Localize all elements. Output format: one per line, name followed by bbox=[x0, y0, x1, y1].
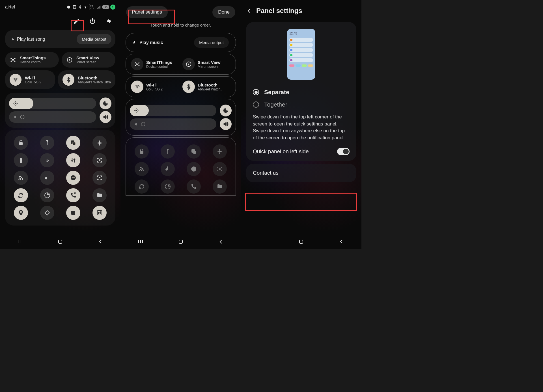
qs-sync[interactable] bbox=[14, 188, 28, 202]
radio-together[interactable]: Together bbox=[252, 98, 351, 111]
edit-smart-card[interactable]: SmartThingsDevice control Smart ViewMirr… bbox=[126, 54, 236, 75]
edit-connectivity-card[interactable]: Wi-FiGolu_5G 2 BluetoothAbhijeet Watch.. bbox=[126, 76, 236, 97]
mute-icon bbox=[13, 114, 18, 120]
minus-circle-icon bbox=[20, 114, 25, 120]
nav-back[interactable] bbox=[338, 238, 345, 246]
back-chevron-icon[interactable] bbox=[246, 8, 252, 14]
tile-bluetooth[interactable]: BluetoothAbhijeet's Watch Ultra bbox=[58, 70, 115, 89]
qs-qrscan[interactable] bbox=[92, 153, 107, 167]
panel-settings-page: Panel settings 12:45 Separate Together S… bbox=[241, 0, 361, 249]
dark-mode-button-2[interactable] bbox=[220, 105, 232, 116]
tile-smartthings[interactable]: SmartThingsDevice control bbox=[5, 52, 59, 68]
edit-button[interactable] bbox=[72, 17, 81, 25]
qs-nfc[interactable] bbox=[92, 206, 107, 220]
qs-eyecomfort[interactable] bbox=[40, 153, 54, 167]
datalimit-icon bbox=[44, 192, 51, 199]
bluetooth-icon bbox=[182, 81, 195, 93]
eqs-datalimit[interactable] bbox=[161, 179, 175, 194]
qs-hotspot-rss[interactable] bbox=[14, 171, 28, 185]
media-output-button[interactable]: Media output bbox=[77, 34, 111, 44]
eqs-dnd[interactable] bbox=[187, 162, 201, 176]
rss-icon bbox=[18, 174, 24, 181]
eqs-lock[interactable] bbox=[135, 144, 149, 159]
qs-flashlight[interactable] bbox=[40, 136, 54, 150]
radio-icon-unchecked bbox=[253, 101, 259, 108]
qs-folder[interactable] bbox=[92, 188, 107, 202]
eqs-music[interactable] bbox=[161, 162, 175, 176]
brightness-slider[interactable] bbox=[9, 98, 96, 109]
panel-settings-button[interactable]: Panel settings bbox=[126, 6, 168, 18]
qs-battery[interactable] bbox=[14, 153, 28, 167]
quick-panel-toggle[interactable] bbox=[337, 148, 350, 155]
eqs-airplane[interactable] bbox=[213, 144, 227, 159]
nav-home[interactable] bbox=[298, 238, 305, 246]
lock-icon bbox=[138, 148, 145, 155]
battery-icon bbox=[18, 157, 24, 164]
tile-wifi[interactable]: Wi-FiGolu_5G 2 bbox=[5, 70, 55, 89]
mute-icon bbox=[134, 122, 139, 127]
edit-media-card[interactable]: Play music Media output bbox=[126, 33, 236, 52]
nav-back[interactable] bbox=[217, 238, 224, 246]
svg-point-18 bbox=[47, 160, 48, 161]
carrier-label: airtel bbox=[5, 5, 15, 10]
nav-bar bbox=[0, 236, 120, 249]
media-output-button-2[interactable]: Media output bbox=[194, 37, 229, 48]
nav-home[interactable] bbox=[57, 238, 64, 246]
qr-icon bbox=[96, 157, 103, 164]
volume-slider-2[interactable] bbox=[130, 118, 216, 130]
qs-x4[interactable] bbox=[40, 206, 54, 220]
settings-button[interactable] bbox=[104, 17, 113, 25]
dark-mode-button[interactable] bbox=[100, 98, 111, 109]
done-button[interactable]: Done bbox=[212, 6, 235, 18]
radio-separate[interactable]: Separate bbox=[252, 86, 351, 98]
nav-recents[interactable] bbox=[137, 238, 144, 246]
wifi-status-icon bbox=[83, 5, 88, 9]
qs-datalimit[interactable] bbox=[40, 188, 54, 202]
qs-lock[interactable] bbox=[14, 136, 28, 150]
power-button[interactable] bbox=[88, 17, 97, 25]
qs-mobiledata[interactable] bbox=[66, 153, 80, 167]
qs-screenrecord[interactable] bbox=[92, 171, 107, 185]
eqs-screenrecord[interactable] bbox=[213, 162, 227, 176]
media-tile[interactable]: Play last song Media output bbox=[5, 30, 115, 48]
qs-wificalling[interactable] bbox=[66, 188, 80, 202]
contact-us-row[interactable]: Contact us bbox=[246, 164, 356, 182]
music-icon bbox=[44, 174, 51, 181]
nav-recents[interactable] bbox=[258, 238, 264, 246]
screenrecord-icon bbox=[96, 174, 103, 181]
eqs-flashlight[interactable] bbox=[161, 144, 175, 159]
qs-x5[interactable] bbox=[66, 206, 80, 220]
eqs-sync[interactable] bbox=[135, 179, 149, 194]
edit-grid[interactable] bbox=[126, 137, 236, 196]
panel-edit-mode: Panel settings Done Touch and hold to ch… bbox=[120, 0, 241, 249]
svg-rect-26 bbox=[59, 240, 62, 243]
svg-rect-11 bbox=[21, 117, 23, 117]
sound-button[interactable] bbox=[100, 111, 111, 123]
brightness-slider-2[interactable] bbox=[130, 105, 216, 116]
eqs-folder[interactable] bbox=[213, 179, 227, 194]
quick-panel-left-row[interactable]: Quick panel on left side bbox=[252, 147, 351, 156]
volume-slider[interactable] bbox=[9, 111, 96, 123]
svg-rect-12 bbox=[19, 142, 23, 145]
sound-button-2[interactable] bbox=[220, 118, 232, 130]
nav-bar-3 bbox=[241, 236, 361, 249]
nav-home[interactable] bbox=[177, 238, 184, 246]
eqs-rss[interactable] bbox=[135, 162, 149, 176]
svg-rect-44 bbox=[299, 240, 303, 243]
eqs-multiwindow[interactable] bbox=[187, 144, 201, 159]
qs-multiwindow[interactable] bbox=[66, 136, 80, 150]
eyecomfort-icon bbox=[44, 157, 51, 164]
qs-music[interactable] bbox=[40, 171, 54, 185]
eqs-wificall[interactable] bbox=[187, 179, 201, 194]
qs-location[interactable] bbox=[14, 206, 28, 220]
dnd-circle-icon bbox=[70, 174, 77, 181]
svg-rect-19 bbox=[99, 159, 100, 161]
qs-airplane[interactable] bbox=[92, 136, 107, 150]
edit-subtitle: Touch and hold to change order. bbox=[120, 21, 241, 31]
edit-sliders-card[interactable] bbox=[126, 99, 236, 136]
tile-smartview[interactable]: Smart ViewMirror screen bbox=[62, 52, 115, 68]
qs-dnd[interactable] bbox=[66, 171, 80, 185]
svg-rect-43 bbox=[179, 240, 182, 243]
nav-recents[interactable] bbox=[17, 238, 23, 246]
nav-back[interactable] bbox=[97, 238, 104, 246]
